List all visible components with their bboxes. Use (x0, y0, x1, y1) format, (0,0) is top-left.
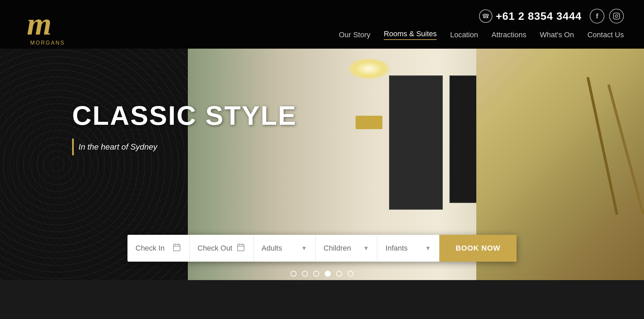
checkin-label: Check In (136, 244, 165, 253)
slide-dot-2[interactable] (302, 271, 308, 277)
facebook-icon[interactable]: f (590, 9, 604, 23)
children-chevron-icon: ▼ (363, 245, 369, 252)
children-select[interactable]: Children ▼ (316, 235, 378, 262)
instagram-icon[interactable] (609, 9, 624, 23)
hero-text-block: CLASSIC STYLE In the heart of Sydney (72, 102, 297, 155)
infants-chevron-icon: ▼ (425, 245, 431, 252)
slide-dot-1[interactable] (290, 271, 297, 277)
slide-dot-5[interactable] (336, 271, 342, 277)
nav-our-story[interactable]: Our Story (339, 31, 370, 39)
phone-icon: ☎ (479, 9, 492, 23)
checkout-calendar-icon (236, 243, 245, 254)
top-bar: m MORGANS ☎ +61 2 8354 3444 f (0, 0, 644, 49)
slide-dots (290, 271, 354, 277)
hero-subtitle-block: In the heart of Sydney (72, 139, 297, 155)
nav-attractions[interactable]: Attractions (491, 31, 526, 39)
book-now-button[interactable]: BOOK NOW (439, 235, 517, 262)
svg-rect-9 (237, 244, 244, 251)
nav-rooms-suites[interactable]: Rooms & Suites (384, 30, 437, 40)
nav-contact-us[interactable]: Contact Us (587, 31, 624, 39)
svg-rect-2 (613, 13, 620, 19)
checkout-label: Check Out (198, 244, 232, 253)
svg-text:MORGANS: MORGANS (30, 40, 64, 46)
adults-select[interactable]: Adults ▼ (254, 235, 316, 262)
slide-dot-3[interactable] (313, 271, 319, 277)
social-icons: f (590, 9, 624, 23)
below-hero (0, 280, 644, 317)
booking-bar: Check In Check Out (127, 235, 517, 262)
infants-select[interactable]: Infants ▼ (377, 235, 439, 262)
contact-row: ☎ +61 2 8354 3444 f (479, 9, 624, 23)
checkin-calendar-icon (172, 243, 181, 254)
svg-rect-5 (173, 244, 180, 251)
nav-location[interactable]: Location (450, 31, 478, 39)
svg-text:m: m (27, 6, 52, 42)
infants-label: Infants (385, 244, 421, 253)
adults-label: Adults (262, 244, 297, 253)
svg-point-3 (615, 15, 618, 17)
nav-right: ☎ +61 2 8354 3444 f Our Story Rooms & Su… (339, 9, 624, 40)
logo-area: m MORGANS (20, 3, 64, 46)
hero-section: CLASSIC STYLE In the heart of Sydney Che… (0, 49, 644, 280)
checkout-field[interactable]: Check Out (190, 235, 254, 262)
logo[interactable]: m MORGANS (20, 3, 64, 46)
slide-dot-6[interactable] (347, 271, 354, 277)
hero-subtitle-text: In the heart of Sydney (78, 142, 157, 152)
svg-point-4 (618, 14, 619, 15)
adults-chevron-icon: ▼ (301, 245, 307, 252)
phone-number: +61 2 8354 3444 (496, 10, 582, 22)
slide-dot-4[interactable] (325, 271, 331, 277)
hero-subtitle-accent (72, 139, 74, 155)
checkin-field[interactable]: Check In (127, 235, 190, 262)
hero-title: CLASSIC STYLE (72, 102, 297, 129)
nav-whats-on[interactable]: What's On (540, 31, 574, 39)
phone-block: ☎ +61 2 8354 3444 (479, 9, 582, 23)
children-label: Children (324, 244, 359, 253)
main-nav: Our Story Rooms & Suites Location Attrac… (339, 30, 624, 40)
